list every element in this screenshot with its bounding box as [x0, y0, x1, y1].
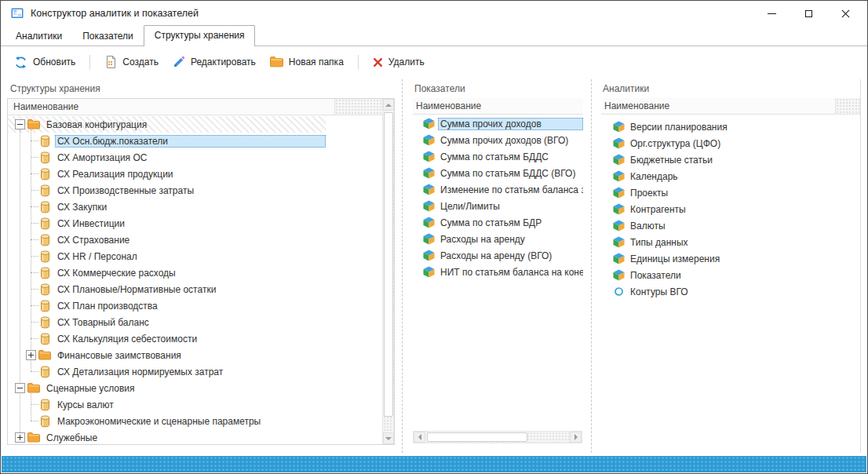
list-item-label: Сумма по статьям БДР — [438, 217, 583, 229]
cube-icon — [612, 220, 625, 232]
vertical-scrollbar[interactable] — [382, 99, 394, 444]
tree-row[interactable]: СХ Страхование — [8, 232, 326, 248]
tree-connector-dash — [31, 305, 38, 306]
list-item[interactable]: НИТ по статьям баланса на конец п — [413, 264, 583, 280]
tree-connector-dash — [31, 256, 38, 257]
tree-item-label: Базовая конфигурация — [44, 118, 326, 131]
column-header-name[interactable]: Наименование — [413, 98, 583, 114]
list-item[interactable]: Цели/Лимиты — [413, 198, 583, 214]
list-item[interactable]: Контрагенты — [601, 201, 860, 217]
tree-row[interactable]: СХ Осн.бюдж.показатели — [8, 133, 326, 149]
storage-table-icon — [38, 234, 51, 246]
cube-icon — [612, 121, 625, 133]
tree-connector-dash — [31, 322, 38, 323]
column-header-name[interactable]: Наименование — [8, 99, 335, 115]
expander-minus-icon[interactable] — [15, 383, 25, 393]
column-header-filler — [335, 99, 382, 115]
list-item[interactable]: Бюджетные статьи — [601, 151, 860, 168]
tree-row[interactable]: СХ Реализация продукции — [8, 166, 326, 182]
tree-item-label: СХ Реализация продукции — [55, 168, 326, 180]
tree-row[interactable]: Служебные — [8, 429, 326, 444]
delete-button[interactable]: Удалить — [366, 53, 432, 71]
scroll-down-button[interactable] — [383, 432, 394, 444]
tree-item-label: СХ Амортизация ОС — [55, 151, 326, 164]
tree-row[interactable]: СХ Инвестиции — [8, 215, 326, 232]
tree-row[interactable]: СХ Закупки — [8, 199, 326, 215]
scroll-left-button[interactable] — [414, 432, 425, 443]
create-button[interactable]: Создать — [97, 52, 166, 72]
list-item-label: НИТ по статьям баланса на конец п — [438, 266, 583, 279]
list-item[interactable]: Сумма прочих доходов — [413, 115, 583, 132]
expander-plus-icon[interactable] — [15, 432, 25, 443]
tree-row[interactable]: СХ План производства — [8, 297, 326, 314]
list-item-label: Расходы на аренду (ВГО) — [438, 250, 583, 262]
indicators-list: Сумма прочих доходовСумма прочих доходов… — [413, 115, 583, 282]
list-item[interactable]: Изменение по статьям баланса за п — [413, 181, 583, 198]
toolbar-button-label: Удалить — [388, 57, 425, 67]
list-item[interactable]: Сумма по статьям БДДС — [413, 148, 583, 165]
tab-indicators[interactable]: Показатели — [72, 27, 144, 46]
list-item[interactable]: Сумма прочих доходов (ВГО) — [413, 132, 583, 148]
tree-row[interactable]: Макроэкономические и сценарные параметры — [8, 413, 326, 429]
list-item[interactable]: Орг.структура (ЦФО) — [601, 135, 860, 151]
tree-row[interactable]: СХ Детализация нормируемых затрат — [8, 363, 326, 380]
app-icon — [11, 7, 24, 20]
tree-row[interactable]: СХ Плановые/Нормативные остатки — [8, 281, 326, 297]
list-item[interactable]: Сумма по статьям БДР — [413, 214, 583, 231]
tree-row[interactable]: Сценарные условия — [8, 380, 326, 396]
tab-analytics[interactable]: Аналитики — [5, 27, 72, 46]
list-item-label: Контрагенты — [628, 203, 860, 216]
list-item[interactable]: Календарь — [601, 168, 860, 184]
scrollbar-thumb[interactable] — [384, 112, 393, 417]
storage-table-icon — [38, 201, 51, 213]
list-item[interactable]: Показатели — [601, 267, 860, 283]
analytics-list: Версии планированияОрг.структура (ЦФО)Бю… — [601, 115, 860, 301]
maximize-button[interactable] — [790, 1, 827, 26]
folder-icon — [27, 119, 40, 129]
refresh-icon — [14, 56, 27, 69]
tree-item-label: СХ План производства — [55, 300, 326, 312]
list-item[interactable]: Контуры ВГО — [601, 283, 860, 300]
tree-row[interactable]: СХ Калькуляция себестоимости — [8, 330, 326, 347]
tree-row[interactable]: СХ Амортизация ОС — [8, 149, 326, 166]
tree-row[interactable]: Базовая конфигурация — [8, 116, 326, 133]
column-header-name[interactable]: Наименование — [601, 98, 836, 114]
minimize-button[interactable] — [753, 1, 790, 26]
tree-connector-dash — [31, 190, 38, 191]
tree-row[interactable]: Курсы валют — [8, 396, 326, 413]
scrollbar-thumb[interactable] — [427, 432, 527, 442]
tree-connector-dash — [31, 157, 38, 158]
list-item[interactable]: Расходы на аренду — [413, 231, 583, 247]
list-item[interactable]: Типы данных — [601, 234, 860, 250]
new-folder-button[interactable]: Новая папка — [263, 53, 351, 71]
tree-item-label: Финансовые заимствования — [55, 349, 326, 362]
list-item-label: Изменение по статьям баланса за п — [438, 184, 583, 196]
scroll-up-button[interactable] — [383, 99, 394, 111]
tree-item-label: СХ Калькуляция себестоимости — [55, 333, 326, 345]
tree-row[interactable]: Финансовые заимствования — [8, 347, 326, 363]
cube-icon — [612, 253, 625, 264]
tree-connector-dash — [31, 223, 38, 224]
tree-row[interactable]: СХ HR / Персонал — [8, 248, 326, 264]
cube-icon — [422, 200, 435, 212]
tree-row[interactable]: СХ Производственные затраты — [8, 182, 326, 199]
tab-storage-structures[interactable]: Структуры хранения — [144, 25, 256, 46]
expander-minus-icon[interactable] — [15, 119, 25, 129]
list-item[interactable]: Расходы на аренду (ВГО) — [413, 247, 583, 264]
close-button[interactable] — [827, 1, 864, 26]
list-item[interactable]: Единицы измерения — [601, 250, 860, 267]
refresh-button[interactable]: Обновить — [7, 52, 82, 73]
tree-row[interactable]: СХ Коммерческие расходы — [8, 264, 326, 281]
tree-row[interactable]: СХ Товарный баланс — [8, 314, 326, 330]
horizontal-scrollbar[interactable] — [413, 431, 582, 443]
list-item[interactable]: Валюты — [601, 217, 860, 234]
scroll-right-button[interactable] — [570, 432, 582, 443]
storage-table-icon — [38, 217, 51, 230]
edit-button[interactable]: Редактировать — [166, 52, 263, 72]
storage-table-icon — [38, 151, 51, 164]
expander-plus-icon[interactable] — [26, 350, 36, 360]
folder-icon — [27, 432, 40, 443]
list-item[interactable]: Версии планирования — [601, 118, 860, 135]
list-item[interactable]: Сумма по статьям БДДС (ВГО) — [413, 165, 583, 181]
list-item[interactable]: Проекты — [601, 184, 860, 201]
